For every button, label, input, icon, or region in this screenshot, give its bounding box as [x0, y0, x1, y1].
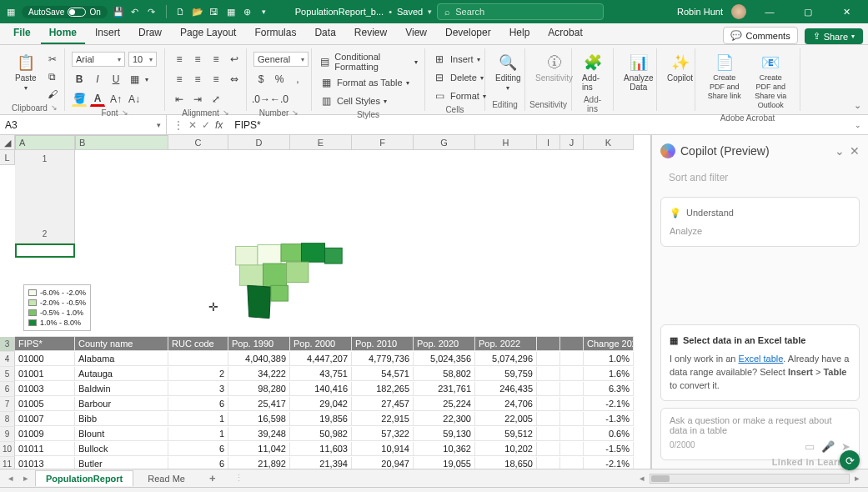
cell[interactable]: 231,761 [414, 382, 475, 396]
cell[interactable]: -2.1% [584, 457, 634, 469]
select-all[interactable]: ◢ [0, 135, 15, 150]
table-header[interactable]: County name [75, 337, 168, 351]
cell[interactable]: 58,802 [414, 367, 475, 381]
tab-pagelayout[interactable]: Page Layout [172, 23, 244, 44]
new-icon[interactable]: 🗋 [175, 6, 187, 18]
scroll-right-icon[interactable]: ▸ [851, 473, 863, 484]
cell[interactable]: 22,300 [414, 412, 475, 426]
cut-icon[interactable]: ✂ [45, 52, 60, 67]
percent-icon[interactable]: % [272, 72, 287, 87]
cell[interactable]: 01011 [15, 442, 75, 456]
align-left-icon[interactable]: ≡ [172, 72, 187, 87]
fill-color-button[interactable]: 🪣 [72, 92, 87, 107]
open-icon[interactable]: 📂 [192, 6, 203, 18]
tab-data[interactable]: Data [306, 23, 344, 44]
align-right-icon[interactable]: ≡ [208, 72, 223, 87]
cell[interactable]: 01007 [15, 412, 75, 426]
cell[interactable]: 10,914 [352, 442, 414, 456]
copilot-suggestion[interactable]: Sort and filter [660, 165, 860, 190]
cell[interactable]: 27,457 [352, 397, 414, 411]
grow-font-icon[interactable]: A↑ [108, 92, 123, 107]
mic-icon[interactable]: 🎤 [821, 440, 835, 453]
sheet-tab-active[interactable]: PopulationReport [35, 470, 133, 486]
cell[interactable] [537, 367, 560, 381]
print-icon[interactable]: ▦ [225, 6, 237, 18]
table-header[interactable]: Pop. 2000 [290, 337, 352, 351]
cell[interactable] [537, 352, 560, 366]
tab-insert[interactable]: Insert [87, 23, 128, 44]
cell[interactable] [537, 382, 560, 396]
cell[interactable]: 57,322 [352, 427, 414, 441]
cell[interactable] [168, 352, 228, 366]
cell[interactable]: 2 [168, 367, 228, 381]
cell[interactable]: 16,598 [228, 412, 290, 426]
add-sheet-button[interactable]: + [199, 469, 226, 487]
table-header[interactable]: Change 2020-22 [584, 337, 634, 351]
expand-formula-icon[interactable]: ⌄ [855, 121, 868, 129]
tab-acrobat[interactable]: Acrobat [539, 23, 590, 44]
cell[interactable] [537, 397, 560, 411]
redo-icon[interactable]: ↷ [146, 6, 158, 18]
comma-icon[interactable]: , [290, 72, 305, 87]
cancel-icon[interactable]: ✕ [188, 119, 197, 131]
cell[interactable] [560, 352, 584, 366]
cell[interactable]: Barbour [75, 397, 168, 411]
table-header[interactable]: RUC code [168, 337, 228, 351]
cell[interactable]: 34,222 [228, 367, 290, 381]
help-float-button[interactable]: ⟳ [840, 450, 860, 470]
align-center-icon[interactable]: ≡ [190, 72, 205, 87]
search-box[interactable]: ⌕ Search [437, 3, 604, 20]
avatar[interactable] [731, 4, 746, 19]
cell[interactable]: -2.1% [584, 397, 634, 411]
undo-icon[interactable]: ↶ [129, 6, 141, 18]
orientation-icon[interactable]: ⤢ [208, 92, 223, 107]
cell[interactable] [560, 457, 584, 469]
cell[interactable]: Alabama [75, 352, 168, 366]
cell[interactable] [560, 412, 584, 426]
cell[interactable]: 6 [168, 397, 228, 411]
row-header[interactable]: 8 [0, 412, 15, 427]
cell[interactable]: Bibb [75, 412, 168, 426]
maximize-button[interactable]: ▢ [793, 0, 823, 23]
minimize-button[interactable]: — [755, 0, 785, 23]
row-header[interactable]: 4 [0, 352, 15, 367]
addins-button[interactable]: 🧩Add-ins [579, 52, 606, 93]
cell[interactable]: 59,130 [414, 427, 475, 441]
cell[interactable]: 01009 [15, 427, 75, 441]
cell[interactable]: 5,024,356 [414, 352, 475, 366]
cell[interactable]: 1.0% [584, 352, 634, 366]
col-header[interactable]: A [15, 135, 75, 150]
formatpainter-icon[interactable]: 🖌 [45, 87, 60, 102]
cell[interactable]: 6 [168, 457, 228, 469]
cell[interactable]: 18,650 [475, 457, 537, 469]
launcher-icon[interactable]: ↘ [122, 108, 128, 118]
col-header[interactable]: G [414, 135, 475, 150]
cell[interactable]: 3 [168, 382, 228, 396]
cell[interactable]: 98,280 [228, 382, 290, 396]
next-sheet-icon[interactable]: ▸ [20, 473, 32, 484]
editing-button[interactable]: 🔍Editing▾ [492, 52, 524, 93]
align-top-icon[interactable]: ≡ [172, 52, 187, 67]
cell[interactable]: 54,571 [352, 367, 414, 381]
cell[interactable]: 01003 [15, 382, 75, 396]
cell[interactable] [537, 427, 560, 441]
cell[interactable]: 25,417 [228, 397, 290, 411]
tab-view[interactable]: View [397, 23, 435, 44]
align-mid-icon[interactable]: ≡ [190, 52, 205, 67]
saveas-icon[interactable]: 🖫 [208, 6, 220, 18]
font-size[interactable]: 10▾ [128, 52, 157, 67]
font-color-button[interactable]: A [90, 92, 105, 107]
row-header[interactable]: 3 [0, 337, 15, 352]
tab-home[interactable]: Home [41, 23, 85, 44]
save-icon[interactable]: 💾 [113, 6, 124, 18]
row-header[interactable]: 10 [0, 442, 15, 457]
attach-icon[interactable]: ▭ [805, 440, 815, 453]
cell[interactable] [537, 457, 560, 469]
col-header[interactable]: K [584, 135, 634, 150]
cell[interactable]: 182,265 [352, 382, 414, 396]
hscrollbar[interactable] [650, 474, 850, 484]
cell[interactable]: 24,706 [475, 397, 537, 411]
tab-help[interactable]: Help [501, 23, 539, 44]
dec-decimal-icon[interactable]: ←.0 [272, 92, 287, 107]
close-button[interactable]: ✕ [831, 0, 861, 23]
